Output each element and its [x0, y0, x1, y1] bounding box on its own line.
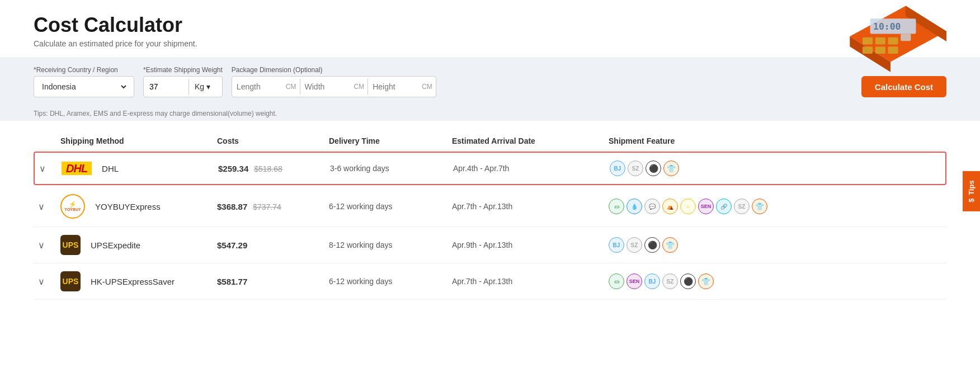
col-arrival-date: Estimated Arrival Date — [447, 136, 604, 145]
table-row: ∨ DHL DHL $259.34 $518.68 3-6 working da… — [34, 152, 946, 185]
badge-shirt: 👕 — [662, 237, 678, 253]
badge-sen: SEN — [626, 273, 642, 289]
badge-sz: SZ — [734, 199, 750, 214]
length-input[interactable] — [232, 79, 282, 95]
height-field: CM — [368, 79, 436, 95]
feature-badges: BJ SZ ⚫ 👕 — [609, 237, 942, 253]
expand-cell[interactable]: ∨ — [34, 276, 56, 287]
feature-cell: BJ SZ ⚫ 👕 — [604, 237, 946, 253]
carrier-name: DHL — [102, 164, 119, 173]
cost-cell: $259.34 $518.68 — [214, 164, 326, 173]
feature-badges: ▭ SEN BJ SZ ⚫ 👕 — [609, 273, 942, 289]
height-input[interactable] — [368, 79, 418, 95]
badge-sen: SEN — [698, 199, 714, 214]
feature-badges: BJ SZ ⚫ 👕 — [610, 161, 941, 176]
tips-side-tab[interactable]: $ Tips — [963, 171, 980, 211]
feature-cell: BJ SZ ⚫ 👕 — [605, 161, 945, 176]
original-cost: $737.74 — [253, 202, 281, 211]
badge-shirt: 👕 — [698, 273, 714, 289]
badge-bj: BJ — [609, 237, 624, 253]
badge-speech: 💬 — [644, 199, 660, 214]
carrier-cell: UPS HK-UPSExpressSaver — [56, 271, 213, 291]
dimension-label: Package Dimension (Optional) — [232, 66, 436, 74]
svg-rect-11 — [888, 46, 898, 54]
carrier-name: UPSExpedite — [91, 240, 140, 250]
carrier-cell: ⚡ YOYBUY YOYBUYExpress — [56, 194, 213, 219]
arrival-date-cell: Apr.4th - Apr.7th — [449, 164, 605, 173]
dimension-inputs: CM CM CM — [232, 76, 436, 97]
chevron-down-icon[interactable]: ∨ — [38, 277, 45, 286]
cost-cell: $581.77 — [213, 277, 324, 286]
carrier-cell: UPS UPSExpedite — [56, 235, 213, 255]
table-row: ∨ UPS UPSExpedite $547.29 8-12 working d… — [34, 227, 946, 263]
current-cost: $259.34 — [218, 164, 248, 173]
country-select[interactable]: Indonesia Malaysia Thailand — [40, 82, 128, 92]
filter-bar: *Receiving Country / Region Indonesia Ma… — [0, 57, 980, 106]
ups-logo: UPS — [60, 235, 81, 255]
header: Cost Calculator Calculate an estimated p… — [0, 0, 980, 57]
badge-circle: ○ — [680, 199, 696, 214]
weight-unit[interactable]: Kg ▾ — [189, 79, 216, 95]
width-input[interactable] — [300, 79, 351, 95]
chevron-down-icon[interactable]: ∨ — [38, 202, 45, 211]
weight-field-group: *Estimate Shipping Weight Kg ▾ — [143, 66, 223, 97]
dhl-yellow-bar: DHL — [62, 162, 92, 175]
badge-link: 🔗 — [716, 199, 732, 214]
country-select-wrapper[interactable]: Indonesia Malaysia Thailand — [34, 76, 134, 97]
dimension-field-group: Package Dimension (Optional) CM CM CM — [232, 66, 436, 97]
col-shipping-method: Shipping Method — [56, 136, 213, 145]
feature-badges: ▭ 💧 💬 ⛺ ○ SEN 🔗 SZ 👕 — [609, 199, 942, 214]
delivery-time-cell: 6-12 working days — [324, 277, 447, 286]
calculate-cost-button[interactable]: Calculate Cost — [861, 76, 946, 97]
country-label: *Receiving Country / Region — [34, 66, 134, 74]
svg-rect-9 — [863, 46, 873, 54]
current-cost: $368.87 — [217, 202, 247, 211]
badge-sz: SZ — [626, 237, 642, 253]
original-cost: $518.68 — [254, 164, 282, 173]
delivery-time-cell: 6-12 working days — [324, 202, 447, 211]
length-unit: CM — [282, 83, 300, 91]
badge-shirt: 👕 — [663, 161, 679, 176]
carrier-cell: DHL DHL — [57, 162, 214, 175]
weight-wrapper: Kg ▾ — [143, 76, 223, 97]
feature-cell: ▭ SEN BJ SZ ⚫ 👕 — [604, 273, 946, 289]
length-field: CM — [232, 79, 300, 95]
badge-sz: SZ — [628, 161, 643, 176]
current-cost: $581.77 — [217, 277, 247, 286]
chevron-down-icon[interactable]: ∨ — [39, 164, 46, 173]
carrier-name: HK-UPSExpressSaver — [91, 277, 175, 286]
col-expand — [34, 136, 56, 145]
delivery-time-cell: 8-12 working days — [324, 240, 447, 249]
ups-logo: UPS — [60, 271, 81, 291]
page-subtitle: Calculate an estimated price for your sh… — [34, 39, 946, 48]
expand-cell[interactable]: ∨ — [34, 201, 56, 212]
expand-cell[interactable]: ∨ — [34, 240, 56, 251]
arrival-date-cell: Apr.7th - Apr.13th — [447, 277, 604, 286]
table-header: Shipping Method Costs Delivery Time Esti… — [34, 132, 946, 150]
badge-bj: BJ — [644, 273, 660, 289]
width-field: CM — [300, 79, 369, 95]
badge-bj: BJ — [610, 161, 625, 176]
svg-text:10:00: 10:00 — [873, 21, 901, 32]
current-cost: $547.29 — [217, 240, 247, 250]
chevron-down-icon[interactable]: ∨ — [38, 240, 45, 250]
height-unit: CM — [418, 83, 436, 91]
expand-cell[interactable]: ∨ — [35, 163, 57, 174]
shipping-table: Shipping Method Costs Delivery Time Esti… — [0, 132, 980, 300]
calculator-illustration: 10:00 — [835, 0, 946, 73]
dollar-icon: $ — [967, 198, 976, 202]
col-costs: Costs — [213, 136, 324, 145]
carrier-name: YOYBUYExpress — [95, 202, 161, 211]
svg-rect-8 — [901, 34, 911, 41]
svg-rect-6 — [875, 37, 885, 45]
svg-rect-5 — [863, 37, 873, 45]
table-row: ∨ UPS HK-UPSExpressSaver $581.77 6-12 wo… — [34, 263, 946, 300]
page-title: Cost Calculator — [34, 13, 946, 37]
badge-screen: ▭ — [609, 199, 624, 214]
badge-pokeball: ⚫ — [644, 237, 660, 253]
badge-shirt: 👕 — [752, 199, 767, 214]
width-unit: CM — [351, 83, 368, 91]
weight-input[interactable] — [144, 79, 189, 95]
table-row: ∨ ⚡ YOYBUY YOYBUYExpress $368.87 $737.74… — [34, 186, 946, 227]
cost-cell: $547.29 — [213, 240, 324, 250]
